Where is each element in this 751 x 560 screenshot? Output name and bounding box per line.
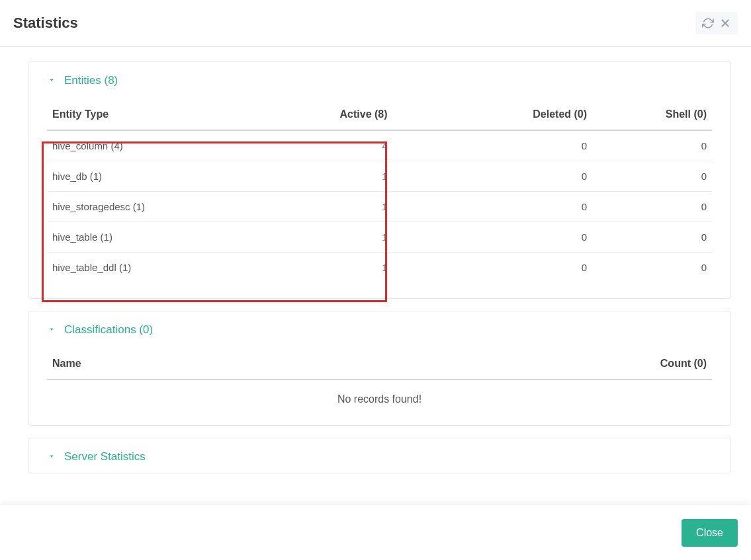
server-statistics-panel: Server Statistics: [28, 438, 731, 473]
cell-shell: 0: [592, 192, 712, 222]
cell-shell: 0: [592, 253, 712, 283]
col-entity-type-header: Entity Type: [47, 97, 300, 130]
modal-footer: Close: [0, 505, 751, 560]
no-records-message: No records found!: [47, 380, 712, 409]
col-count-header: Count (0): [579, 346, 712, 380]
col-active-header: Active (8): [300, 97, 393, 130]
modal-header: Statistics: [0, 0, 751, 47]
classifications-panel-header[interactable]: Classifications (0): [28, 311, 730, 346]
entities-panel: Entities (8) Entity Type Active (8) Dele…: [28, 61, 731, 299]
cell-shell: 0: [592, 161, 712, 192]
classifications-panel-title: Classifications (0): [64, 323, 153, 337]
col-deleted-header: Deleted (0): [393, 97, 593, 130]
table-row: hive_table_ddl (1) 1 0 0: [47, 253, 712, 283]
cell-active-link[interactable]: 1: [382, 171, 387, 182]
modal-body[interactable]: Entities (8) Entity Type Active (8) Dele…: [0, 47, 751, 505]
close-icon[interactable]: [718, 16, 732, 30]
modal-title: Statistics: [13, 15, 78, 32]
table-row: hive_storagedesc (1) 1 0 0: [47, 192, 712, 222]
cell-entity-type: hive_table_ddl (1): [47, 253, 300, 283]
cell-entity-type: hive_column (4): [47, 130, 300, 161]
cell-deleted: 0: [393, 253, 593, 283]
classifications-panel: Classifications (0) Name Count (0) No re…: [28, 311, 731, 426]
entities-panel-header[interactable]: Entities (8): [28, 62, 730, 97]
table-row: hive_table (1) 1 0 0: [47, 222, 712, 253]
cell-shell: 0: [592, 130, 712, 161]
cell-deleted: 0: [393, 161, 593, 192]
cell-active-link[interactable]: 1: [382, 201, 387, 212]
table-row: hive_db (1) 1 0 0: [47, 161, 712, 192]
entities-table-header-row: Entity Type Active (8) Deleted (0) Shell…: [47, 97, 712, 130]
chevron-down-icon: [47, 452, 58, 462]
cell-entity-type: hive_db (1): [47, 161, 300, 192]
cell-active-link[interactable]: 1: [382, 231, 387, 243]
cell-entity-type: hive_table (1): [47, 222, 300, 253]
refresh-icon[interactable]: [701, 16, 715, 30]
cell-shell: 0: [592, 222, 712, 253]
statistics-modal: Statistics: [0, 0, 751, 560]
col-name-header: Name: [47, 346, 579, 380]
chevron-down-icon: [47, 75, 58, 86]
cell-deleted: 0: [393, 192, 593, 222]
cell-deleted: 0: [393, 222, 593, 253]
col-shell-header: Shell (0): [592, 97, 712, 130]
cell-active-link[interactable]: 1: [382, 262, 387, 273]
table-row: hive_column (4) 4 0 0: [47, 130, 712, 161]
chevron-down-icon: [47, 325, 58, 335]
entities-panel-title: Entities (8): [64, 74, 118, 87]
entities-panel-body: Entity Type Active (8) Deleted (0) Shell…: [28, 97, 730, 298]
classifications-table: Name Count (0): [47, 346, 712, 380]
cell-entity-type: hive_storagedesc (1): [47, 192, 300, 222]
cell-active-link[interactable]: 4: [382, 140, 387, 151]
header-actions: [695, 12, 738, 34]
classifications-panel-body: Name Count (0) No records found!: [28, 346, 730, 425]
server-statistics-panel-title: Server Statistics: [64, 450, 146, 463]
server-statistics-panel-header[interactable]: Server Statistics: [28, 438, 730, 473]
entities-table: Entity Type Active (8) Deleted (0) Shell…: [47, 97, 712, 282]
close-button[interactable]: Close: [682, 519, 738, 547]
cell-deleted: 0: [393, 130, 593, 161]
classifications-table-header-row: Name Count (0): [47, 346, 712, 380]
